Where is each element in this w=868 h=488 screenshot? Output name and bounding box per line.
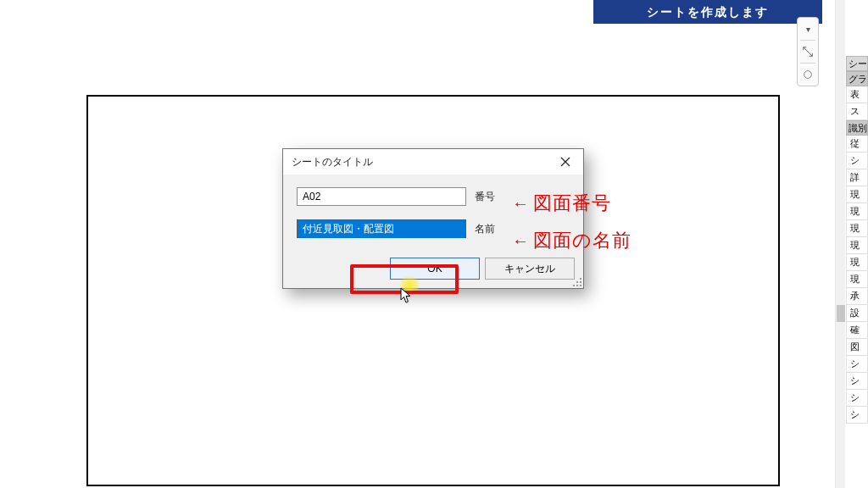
properties-row[interactable]: 従 — [846, 136, 868, 152]
ok-button[interactable]: OK — [390, 258, 480, 280]
properties-row[interactable]: 表 — [846, 86, 868, 103]
sheet-name-input[interactable] — [297, 219, 466, 238]
annotation-name: ← 図面の名前 — [512, 228, 632, 253]
properties-row[interactable]: 現 — [846, 254, 868, 271]
properties-row[interactable]: シ — [846, 152, 868, 169]
properties-row[interactable]: 図 — [846, 339, 868, 356]
close-icon[interactable] — [548, 149, 583, 175]
properties-row[interactable]: 現 — [846, 203, 868, 220]
properties-row[interactable]: シ — [846, 390, 868, 407]
dialog-title: シートのタイトル — [292, 155, 373, 169]
properties-row[interactable]: 設 — [846, 305, 868, 322]
properties-row[interactable]: 現 — [846, 186, 868, 203]
scrollbar-thumb[interactable] — [837, 305, 845, 322]
vertical-scrollbar[interactable] — [835, 0, 845, 488]
cancel-button[interactable]: キャンセル — [485, 258, 575, 280]
properties-header-id[interactable]: 識別 — [846, 120, 868, 136]
properties-header-graphics[interactable]: グラ — [846, 71, 868, 86]
properties-row[interactable]: 確 — [846, 322, 868, 339]
properties-row[interactable]: シ — [846, 356, 868, 373]
sheet-number-input[interactable] — [297, 187, 466, 206]
svg-point-0 — [804, 71, 812, 79]
annotation-name-text: 図面の名前 — [533, 228, 632, 253]
arrow-left-icon: ← — [512, 231, 530, 251]
properties-panel: シー グラ 表 ス 識別 従 シ 詳 現 現 現 現 現 現 承 設 確 図 シ… — [846, 56, 868, 424]
resize-grip-icon[interactable] — [571, 276, 581, 286]
name-label: 名前 — [475, 222, 495, 236]
properties-row[interactable]: 現 — [846, 271, 868, 288]
view-zoom-minus-icon[interactable]: ▾ — [798, 19, 818, 38]
properties-row[interactable]: 詳 — [846, 169, 868, 186]
annotation-number-text: 図面番号 — [533, 191, 611, 216]
arrow-left-icon: ← — [512, 194, 530, 214]
properties-header-sheet[interactable]: シー — [846, 56, 868, 71]
view-controls-toolbar: ▾ — [797, 17, 819, 86]
view-circle-icon[interactable] — [798, 65, 818, 84]
instruction-banner: シートを作成します — [593, 0, 822, 24]
properties-row[interactable]: 現 — [846, 237, 868, 254]
properties-row[interactable]: 現 — [846, 220, 868, 237]
dialog-titlebar[interactable]: シートのタイトル — [283, 149, 583, 175]
view-fit-icon[interactable] — [798, 42, 818, 61]
number-label: 番号 — [475, 190, 495, 204]
properties-row[interactable]: シ — [846, 407, 868, 424]
annotation-number: ← 図面番号 — [512, 191, 611, 216]
sheet-title-dialog: シートのタイトル 番号 名前 OK キャンセル — [282, 148, 584, 289]
properties-row[interactable]: 承 — [846, 288, 868, 305]
properties-row[interactable]: シ — [846, 373, 868, 390]
properties-row[interactable]: ス — [846, 103, 868, 120]
